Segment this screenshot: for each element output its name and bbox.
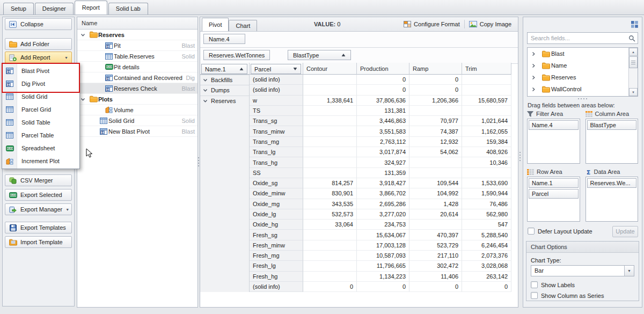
area-field-chip-name-4[interactable]: Name.4 bbox=[529, 120, 579, 130]
value-cell: 547 bbox=[462, 220, 511, 230]
row-area-box[interactable]: Name.1Parcel bbox=[527, 177, 580, 222]
scroll-down-button[interactable]: ▼ bbox=[629, 88, 638, 96]
svg-text:Σ: Σ bbox=[8, 70, 10, 74]
tab-designer[interactable]: Designer bbox=[35, 3, 74, 14]
column-header-production[interactable]: Production bbox=[357, 63, 409, 75]
add-folder-button[interactable]: Add Folder bbox=[5, 38, 72, 50]
csv-merger-button[interactable]: CSV Merger bbox=[5, 174, 72, 186]
tree-item-pit[interactable]: ΣPitBlast bbox=[77, 40, 197, 51]
value-cell: 1,134,223 bbox=[357, 272, 409, 282]
column-header-name-1[interactable]: Name.1 bbox=[200, 63, 250, 75]
tab-report[interactable]: Report bbox=[75, 1, 107, 14]
data-area-box[interactable]: Reserves.We... bbox=[586, 177, 639, 222]
export-manager-button[interactable]: Export Manager▼ bbox=[5, 203, 72, 215]
column-header-contour[interactable]: Contour bbox=[303, 63, 357, 75]
column-header-ramp[interactable]: Ramp bbox=[409, 63, 462, 75]
row-group-cell bbox=[200, 220, 250, 230]
tree-column-header[interactable]: Name bbox=[77, 17, 197, 30]
tree-item-table-reserves[interactable]: Table.ReservesSolid bbox=[77, 51, 197, 62]
menu-item-increment-plot[interactable]: Increment Plot bbox=[2, 155, 79, 167]
chart-options-group: Chart Options Chart Type: Bar ▼ Show Lab… bbox=[526, 241, 639, 301]
column-header-parcel[interactable]: Parcel bbox=[250, 63, 303, 75]
pivot-tab-pivot[interactable]: Pivot bbox=[202, 18, 229, 31]
menu-item-dig-pivot[interactable]: ΣDig Pivot bbox=[2, 77, 79, 90]
pivot-table-icon: Σ bbox=[104, 42, 114, 49]
chart-type-select[interactable]: Bar ▼ bbox=[531, 265, 634, 276]
folder-icon bbox=[9, 41, 17, 48]
chevron-down-icon[interactable] bbox=[203, 88, 208, 92]
area-field-chip-name-1[interactable]: Name.1 bbox=[529, 178, 579, 188]
row-group-cell[interactable]: Reserves bbox=[200, 96, 250, 106]
main-tab-bar: SetupDesignerReportSolid Lab bbox=[0, 0, 644, 15]
tab-setup[interactable]: Setup bbox=[3, 3, 34, 14]
show-labels-checkbox[interactable] bbox=[531, 281, 538, 288]
pivot-table-icon: Σ bbox=[104, 85, 114, 92]
header-field-chip[interactable]: Name.1 bbox=[201, 64, 247, 74]
menu-item-blast-pivot[interactable]: ΣBlast Pivot bbox=[2, 64, 79, 77]
field-item-reserves[interactable]: Reserves bbox=[528, 71, 629, 83]
fields-areas-splitter[interactable] bbox=[523, 98, 642, 99]
value-cell: 33,064 bbox=[303, 220, 357, 230]
tree-item-reserves[interactable]: Reserves bbox=[77, 30, 197, 40]
xlsx-icon: XLSX bbox=[104, 64, 114, 70]
tree-item-contained-and-recovered[interactable]: ΣContained and RecoveredDig bbox=[77, 72, 197, 83]
row-group-cell[interactable]: Dumps bbox=[200, 85, 250, 95]
show-column-as-series-checkbox[interactable] bbox=[531, 292, 538, 299]
menu-item-solid-table[interactable]: Solid Table bbox=[2, 116, 79, 129]
defer-layout-update-checkbox[interactable] bbox=[528, 228, 535, 235]
chevron-right-icon[interactable] bbox=[531, 75, 536, 80]
area-field-chip-parcel[interactable]: Parcel bbox=[529, 189, 579, 199]
chevron-down-icon[interactable] bbox=[80, 33, 85, 37]
menu-item-parcel-grid[interactable]: Parcel Grid bbox=[2, 103, 79, 116]
scrollbar-thumb[interactable] bbox=[629, 56, 638, 68]
configure-format-button[interactable]: Configure Format bbox=[399, 18, 464, 30]
chevron-right-icon[interactable] bbox=[531, 52, 536, 56]
menu-item-spreadsheet[interactable]: XLSXSpreadsheet bbox=[2, 142, 79, 155]
menu-item-parcel-table[interactable]: Parcel Table bbox=[2, 129, 79, 142]
row-group-cell[interactable]: Backfills bbox=[200, 75, 250, 85]
tree-item-volume[interactable]: Volume bbox=[77, 105, 197, 115]
tree-item-reserves-check[interactable]: ΣReserves CheckBlast bbox=[77, 83, 197, 94]
pivot-tab-chart[interactable]: Chart bbox=[229, 20, 257, 31]
data-field-chip[interactable]: Reserves.WetTonnes bbox=[203, 50, 270, 60]
layout-grid-icon[interactable] bbox=[631, 20, 639, 28]
area-field-chip-reserves-we-[interactable]: Reserves.We... bbox=[587, 178, 637, 188]
column-area-box[interactable]: BlastType bbox=[586, 119, 639, 164]
add-report-button[interactable]: Add Report ▼ bbox=[5, 52, 72, 63]
chevron-down-icon[interactable] bbox=[203, 99, 208, 103]
svg-text:Σ: Σ bbox=[101, 130, 104, 135]
filter-field-chip[interactable]: Name.4 bbox=[203, 34, 245, 44]
chevron-right-icon[interactable] bbox=[531, 63, 536, 68]
field-item-blast[interactable]: Blast bbox=[528, 48, 629, 60]
search-input[interactable] bbox=[528, 35, 626, 41]
sort-ascending-icon bbox=[239, 67, 244, 71]
tab-solid-lab[interactable]: Solid Lab bbox=[108, 3, 148, 14]
update-button[interactable]: Update bbox=[612, 226, 638, 237]
export-selected-button[interactable]: XLSXExport Selected bbox=[5, 189, 72, 201]
chart-options-title: Chart Options bbox=[526, 242, 639, 253]
filter-area-box[interactable]: Name.4 bbox=[527, 119, 580, 164]
field-item-wallcontrol[interactable]: WallControl bbox=[528, 83, 629, 95]
import-template-button[interactable]: Import Template bbox=[5, 236, 72, 248]
field-item-name[interactable]: Name bbox=[528, 60, 629, 71]
menu-item-solid-grid[interactable]: Solid Grid bbox=[2, 90, 79, 103]
area-field-chip-blasttype[interactable]: BlastType bbox=[587, 120, 637, 130]
copy-image-button[interactable]: Copy Image bbox=[465, 18, 516, 30]
pivot-fields-splitter[interactable] bbox=[519, 152, 521, 161]
chevron-down-icon[interactable] bbox=[203, 78, 208, 82]
tree-item-solid-grid[interactable]: Solid GridSolid bbox=[77, 115, 197, 126]
collapse-button[interactable]: Collapse bbox=[5, 18, 72, 30]
column-field-chip[interactable]: BlastType bbox=[288, 50, 351, 60]
header-field-chip[interactable]: Parcel bbox=[251, 64, 301, 74]
field-list-scrollbar[interactable]: ▲ ▼ bbox=[628, 48, 638, 96]
chevron-down-icon[interactable] bbox=[80, 97, 85, 101]
tree-pivot-splitter[interactable] bbox=[197, 157, 200, 166]
scroll-up-button[interactable]: ▲ bbox=[629, 48, 638, 56]
tree-item-plots[interactable]: Plots bbox=[77, 94, 197, 105]
search-icon[interactable] bbox=[626, 35, 638, 42]
tree-item-pit-details[interactable]: XLSXPit details bbox=[77, 62, 197, 72]
tree-item-new-blast-pivot[interactable]: ΣNew Blast PivotBlast bbox=[77, 126, 197, 137]
export-templates-button[interactable]: Export Templates bbox=[5, 222, 72, 233]
column-header-trim[interactable]: Trim bbox=[462, 63, 511, 75]
chevron-right-icon[interactable] bbox=[531, 87, 536, 92]
